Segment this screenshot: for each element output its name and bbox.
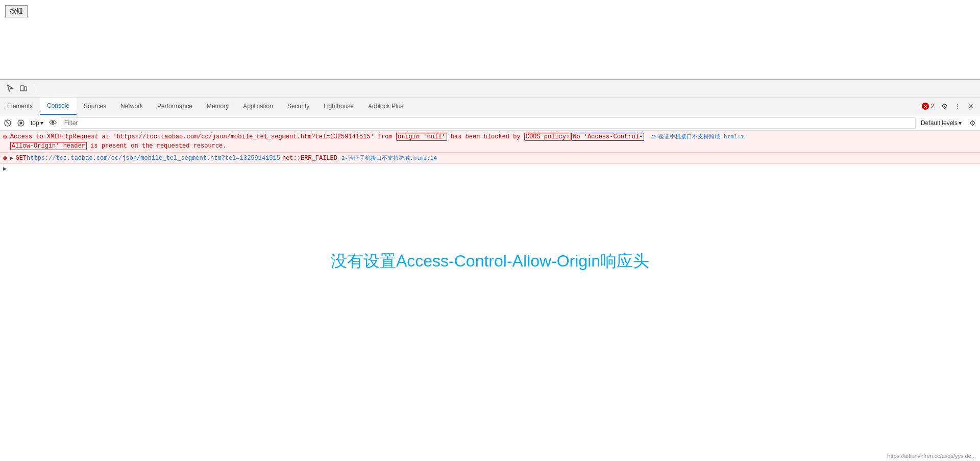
get-url[interactable]: https://tcc.taobao.com/cc/json/mobile_te…	[27, 155, 280, 162]
svg-line-3	[6, 122, 9, 125]
tab-console[interactable]: Console	[40, 98, 77, 115]
error-icon-get: ⊗	[3, 154, 7, 162]
close-devtools-btn[interactable]: ✕	[965, 100, 977, 112]
console-get-row: ⊗ ▶ GET https://tcc.taobao.com/cc/json/m…	[0, 153, 980, 164]
allow-origin-header-highlight: Allow-Origin' header	[10, 142, 87, 150]
device-toggle-btn[interactable]	[17, 82, 30, 94]
error-circle-icon: ✕	[922, 103, 929, 110]
tab-adblock[interactable]: Adblock Plus	[361, 98, 410, 115]
context-selector[interactable]: top ▾	[29, 118, 45, 128]
tab-right-icons: ✕ 2 ⚙ ⋮ ✕	[916, 98, 980, 115]
origin-null-highlight: origin 'null'	[396, 133, 447, 141]
error-file-1[interactable]: 2-验证手机接口不支持跨域.html:1	[652, 134, 744, 140]
stop-btn[interactable]	[15, 117, 27, 129]
default-levels-selector[interactable]: Default levels ▾	[918, 118, 965, 128]
console-prompt-row: ▶	[0, 164, 980, 174]
page-button[interactable]: 按钮	[5, 5, 28, 17]
svg-rect-5	[20, 122, 22, 124]
clear-console-btn[interactable]	[2, 117, 13, 129]
toolbar-icons-left	[2, 82, 32, 94]
get-error-file[interactable]: 2-验证手机接口不支持跨域.html:14	[341, 154, 437, 162]
tab-sources[interactable]: Sources	[77, 98, 113, 115]
context-label: top	[31, 119, 39, 127]
more-options-btn[interactable]: ⋮	[951, 100, 964, 112]
get-status: net::ERR_FAILED	[282, 155, 337, 162]
console-toolbar: top ▾ 👁 Default levels ▾ ⚙	[0, 115, 980, 131]
error-text-middle: has been blocked by	[447, 133, 524, 140]
default-levels-label: Default levels	[921, 119, 958, 127]
tab-security[interactable]: Security	[280, 98, 316, 115]
error-count: 2	[930, 103, 934, 110]
console-content: ⊗ Access to XMLHttpRequest at 'https://t…	[0, 131, 980, 461]
tab-network[interactable]: Network	[113, 98, 150, 115]
error-text-after: is present on the requested resource.	[87, 142, 227, 150]
cors-policy-highlight: CORS policy:	[524, 133, 571, 141]
eye-btn[interactable]: 👁	[47, 117, 59, 129]
inspect-element-btn[interactable]	[4, 82, 16, 94]
filter-input[interactable]	[61, 117, 916, 129]
no-access-control-highlight: No 'Access-Control-	[571, 133, 644, 141]
prompt-arrow: ▶	[3, 165, 7, 173]
svg-rect-1	[24, 87, 27, 91]
tab-lighthouse[interactable]: Lighthouse	[316, 98, 361, 115]
tab-spacer	[410, 98, 916, 115]
tab-application[interactable]: Application	[236, 98, 280, 115]
svg-rect-0	[20, 86, 24, 91]
tab-elements[interactable]: Elements	[0, 98, 40, 115]
context-dropdown-icon: ▾	[40, 119, 43, 127]
error-text-1: Access to XMLHttpRequest at 'https://tcc…	[10, 132, 977, 151]
default-levels-arrow: ▾	[959, 119, 962, 127]
get-label: GET	[15, 155, 27, 162]
expand-arrow[interactable]: ▶	[10, 155, 14, 161]
bottom-url: https://aitianshiren.cc/ai/qs/yys.de...	[887, 453, 976, 459]
error-icon-1: ⊗	[3, 133, 7, 141]
tab-memory[interactable]: Memory	[200, 98, 236, 115]
tab-performance[interactable]: Performance	[150, 98, 200, 115]
page-area: 按钮	[0, 0, 980, 79]
error-badge[interactable]: ✕ 2	[919, 103, 937, 110]
devtools-toolbar	[0, 80, 980, 98]
console-settings-btn[interactable]: ⚙	[967, 117, 978, 129]
console-error-row-1: ⊗ Access to XMLHttpRequest at 'https://t…	[0, 131, 980, 153]
center-annotation: 没有设置Access-Control-Allow-Origin响应头	[331, 250, 649, 273]
settings-gear-btn[interactable]: ⚙	[938, 100, 950, 112]
error-text-before: Access to XMLHttpRequest at 'https://tcc…	[10, 133, 396, 140]
devtools-tabs: Elements Console Sources Network Perform…	[0, 98, 980, 115]
toolbar-divider	[34, 83, 34, 93]
